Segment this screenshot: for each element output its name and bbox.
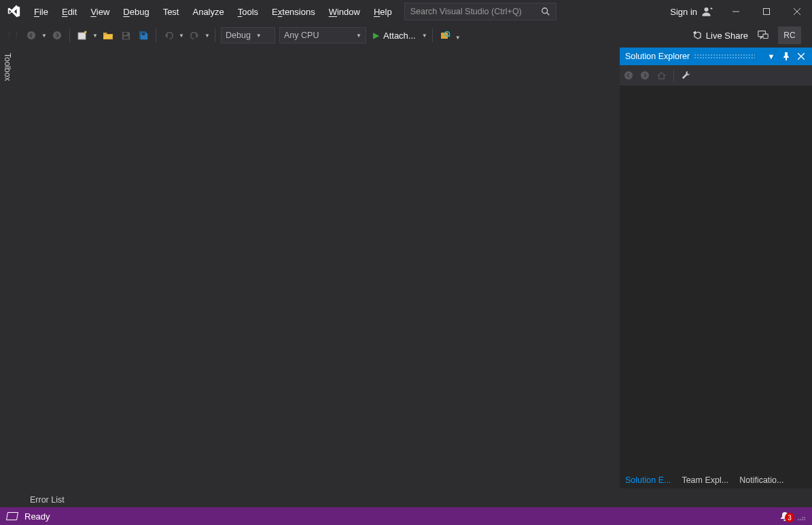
- panel-title-text: Solution Explorer: [625, 52, 690, 61]
- svg-point-2: [705, 7, 709, 12]
- nav-back-button[interactable]: [23, 27, 39, 43]
- main-menu: File Edit View Debug Test Analyze Tools …: [27, 0, 399, 23]
- chevron-down-icon: ▼: [256, 33, 262, 39]
- minimize-button[interactable]: [720, 0, 751, 23]
- status-text: Ready: [24, 511, 50, 522]
- sign-in-label: Sign in: [670, 7, 697, 17]
- menu-edit[interactable]: Edit: [55, 0, 84, 23]
- svg-point-21: [624, 71, 633, 79]
- sign-in-button[interactable]: Sign in: [663, 0, 720, 23]
- panel-close-button[interactable]: [796, 51, 807, 62]
- play-icon: ▶: [373, 31, 379, 40]
- panel-grip: [694, 54, 755, 59]
- svg-rect-11: [123, 32, 127, 35]
- svg-rect-13: [141, 33, 145, 35]
- chevron-down-icon: ▼: [356, 33, 361, 39]
- toolbox-tab[interactable]: Toolbox: [0, 48, 15, 86]
- search-box[interactable]: Search Visual Studio (Ctrl+Q): [404, 3, 557, 20]
- feedback-button[interactable]: [755, 27, 771, 43]
- notifications-button[interactable]: 3: [779, 511, 790, 522]
- platform-value: Any CPU: [284, 31, 319, 40]
- configuration-combo[interactable]: Debug ▼: [221, 27, 275, 43]
- redo-dropdown[interactable]: ▼: [204, 33, 211, 39]
- live-share-label: Live Share: [706, 31, 748, 41]
- redo-button[interactable]: [186, 27, 202, 43]
- open-button[interactable]: [100, 27, 116, 43]
- svg-line-1: [546, 13, 549, 16]
- new-project-button[interactable]: [74, 27, 90, 43]
- find-dropdown[interactable]: ▼: [455, 35, 461, 41]
- menu-file[interactable]: File: [27, 0, 55, 23]
- svg-rect-12: [123, 36, 128, 39]
- error-list-tab[interactable]: Error List: [24, 492, 70, 507]
- title-bar: File Edit View Debug Test Analyze Tools …: [0, 0, 812, 23]
- left-dock: Toolbox: [0, 48, 16, 488]
- status-right: 3 ⣀⣤: [779, 511, 805, 522]
- search-placeholder: Search Visual Studio (Ctrl+Q): [410, 7, 522, 16]
- window-controls: [720, 0, 812, 23]
- svg-point-7: [27, 31, 35, 39]
- svg-line-16: [448, 35, 450, 37]
- account-badge[interactable]: RC: [778, 26, 801, 44]
- tab-team-explorer[interactable]: Team Expl...: [676, 472, 734, 488]
- status-bar: Ready 3 ⣀⣤: [0, 507, 812, 525]
- svg-rect-4: [763, 9, 769, 15]
- menu-analyze[interactable]: Analyze: [186, 0, 230, 23]
- panel-titlebar[interactable]: Solution Explorer ▼: [620, 48, 812, 65]
- toolbar-separator: [156, 29, 156, 42]
- menu-debug[interactable]: Debug: [116, 0, 156, 23]
- resize-grip-icon: ⣀⣤: [797, 513, 805, 520]
- save-all-button[interactable]: [135, 27, 152, 43]
- panel-properties-button[interactable]: [681, 71, 691, 81]
- find-in-files-button[interactable]: [437, 27, 453, 43]
- panel-toolbar: [620, 65, 812, 86]
- menu-help[interactable]: Help: [367, 0, 399, 23]
- attach-button[interactable]: ▶ Attach...: [369, 31, 420, 41]
- menu-extensions[interactable]: Extensions: [265, 0, 322, 23]
- bottom-dock: Error List: [0, 488, 812, 507]
- save-button[interactable]: [118, 27, 134, 43]
- toolbar-separator: [673, 69, 674, 82]
- menu-tools[interactable]: Tools: [231, 0, 265, 23]
- notifications-count: 3: [785, 513, 794, 522]
- grip-icon: ⋮⋮: [4, 31, 22, 40]
- toolbar-separator: [215, 29, 215, 42]
- editor-area: [16, 48, 620, 488]
- menu-test[interactable]: Test: [156, 0, 186, 23]
- attach-dropdown[interactable]: ▼: [421, 33, 428, 39]
- maximize-button[interactable]: [751, 0, 781, 23]
- panel-forward-button[interactable]: [640, 71, 650, 80]
- undo-dropdown[interactable]: ▼: [178, 33, 185, 39]
- undo-button[interactable]: [160, 27, 177, 43]
- platform-combo[interactable]: Any CPU ▼: [279, 27, 366, 43]
- toolbar-separator: [69, 29, 70, 42]
- svg-point-0: [542, 8, 547, 14]
- panel-home-button[interactable]: [656, 71, 667, 81]
- configuration-value: Debug: [226, 31, 251, 40]
- svg-point-10: [85, 31, 87, 33]
- account-initials: RC: [783, 31, 795, 40]
- error-list-label: Error List: [30, 495, 65, 505]
- tab-solution-explorer[interactable]: Solution E...: [620, 472, 676, 488]
- solution-explorer-tree[interactable]: [620, 86, 812, 472]
- svg-point-22: [641, 71, 649, 79]
- nav-back-dropdown[interactable]: ▼: [41, 33, 48, 39]
- main-toolbar: ⋮⋮ ▼ ▼ ▼ ▼ Debug ▼ Any CPU ▼ ▶ Attach...…: [0, 23, 812, 48]
- tab-notifications[interactable]: Notificatio...: [734, 472, 789, 488]
- toolbox-label: Toolbox: [3, 53, 12, 81]
- new-project-dropdown[interactable]: ▼: [92, 33, 99, 39]
- live-share-button[interactable]: Live Share: [691, 30, 748, 41]
- nav-forward-button[interactable]: [49, 27, 65, 43]
- main-area: Toolbox Solution Explorer ▼: [0, 48, 812, 488]
- close-button[interactable]: [781, 0, 812, 23]
- toolbar-right: Live Share RC: [691, 26, 808, 44]
- panel-pin-button[interactable]: [781, 51, 792, 62]
- menu-view[interactable]: View: [84, 0, 116, 23]
- panel-window-position-button[interactable]: ▼: [766, 51, 777, 62]
- user-icon: [701, 5, 713, 18]
- share-icon: [691, 30, 702, 41]
- panel-back-button[interactable]: [624, 71, 633, 80]
- solution-explorer-panel: Solution Explorer ▼: [620, 48, 812, 488]
- menu-window[interactable]: Window: [322, 0, 367, 23]
- right-panel-tabs: Solution E... Team Expl... Notificatio..…: [620, 472, 812, 488]
